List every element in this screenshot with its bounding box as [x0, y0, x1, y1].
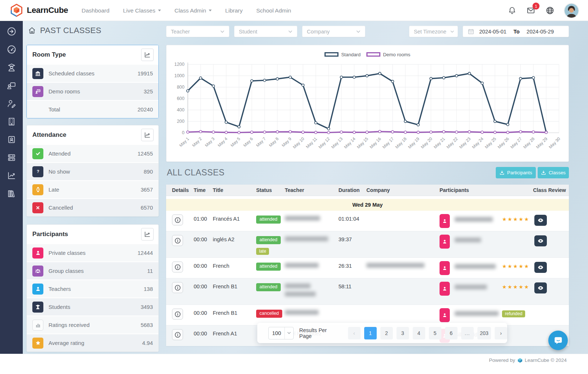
mail-icon[interactable]: 1 [526, 6, 535, 15]
legend-item-demo-rooms: Demo rooms [366, 52, 410, 57]
room-type-panel: Room Type Scheduled classes 19915 Demo r… [26, 45, 159, 118]
class-title: French [209, 258, 253, 278]
navbar-actions: 1 [508, 0, 578, 21]
stat-value: 12455 [137, 150, 153, 157]
page-button[interactable]: 5 [429, 327, 441, 339]
details-info-button[interactable] [172, 329, 183, 340]
class-duration [335, 305, 363, 325]
classroom-icon[interactable] [7, 81, 17, 90]
company-cell [363, 305, 436, 325]
user-edit-icon[interactable] [7, 99, 17, 108]
page-buttons: ‹ 1 2 3 4 5 6 ... 203 › [348, 327, 507, 339]
stat-row: Attended 12455 [27, 144, 158, 162]
class-duration: 58:11 [335, 278, 363, 304]
dashboard-gauge-icon[interactable] [7, 44, 17, 54]
refund-badge: refunded [502, 310, 525, 317]
question-icon: ? [32, 166, 43, 177]
company-cell [363, 231, 436, 257]
line-chart-icon [144, 51, 151, 58]
status-badge: late [256, 248, 269, 255]
page-button[interactable]: 2 [380, 327, 393, 339]
participant-icon[interactable] [440, 282, 450, 296]
view-class-button[interactable] [534, 262, 547, 273]
page-button[interactable]: 1 [364, 327, 377, 339]
library-icon[interactable] [7, 189, 17, 199]
participant-icon[interactable] [440, 214, 450, 228]
download-icon [499, 170, 505, 175]
avatar[interactable] [564, 4, 578, 18]
nav-live-classes[interactable]: Live Classes [123, 7, 161, 14]
svg-text:May 15: May 15 [356, 136, 369, 149]
id-card-icon[interactable] [7, 135, 17, 145]
nav-library[interactable]: Library [225, 7, 243, 14]
details-info-button[interactable] [172, 214, 183, 225]
stat-value: 325 [144, 88, 153, 95]
nav-dashboard[interactable]: Dashboard [82, 7, 110, 14]
stat-row: ? No show 890 [27, 162, 158, 180]
stat-row: Cancelled 6570 [27, 198, 158, 216]
teacher-filter[interactable]: Teacher [166, 26, 229, 37]
participant-icon[interactable] [440, 261, 450, 275]
nav-class-admin[interactable]: Class Admin [175, 7, 212, 14]
page-ellipsis[interactable]: ... [461, 327, 474, 339]
prev-page-button[interactable]: ‹ [348, 327, 361, 339]
details-info-button[interactable] [172, 309, 183, 320]
svg-text:May 3: May 3 [204, 136, 215, 148]
view-class-button[interactable] [534, 282, 547, 293]
stat-row: Average rating 4.94 [27, 334, 158, 352]
eye-icon [537, 264, 544, 271]
participant-icon[interactable] [440, 235, 450, 249]
date-to: 2024-05-29 [527, 29, 554, 35]
globe-icon[interactable] [545, 6, 555, 15]
chat-icon [553, 336, 563, 345]
room-type-chart-toggle-button[interactable] [141, 49, 154, 61]
class-time: 00:00 [190, 305, 209, 325]
panel-title: Attendance [32, 131, 67, 139]
teacher-name-redacted [282, 231, 335, 257]
server-icon[interactable] [7, 153, 17, 163]
export-participants-button[interactable]: Participants [496, 167, 536, 178]
details-info-button[interactable] [172, 261, 183, 273]
status-badge: attended [256, 236, 281, 244]
download-icon [541, 170, 546, 175]
class-title: French B1 [209, 278, 253, 304]
svg-text:May 24: May 24 [471, 136, 484, 150]
next-page-button[interactable]: › [495, 327, 507, 339]
svg-text:May 14: May 14 [343, 136, 356, 150]
chat-widget-button[interactable] [548, 331, 568, 350]
chevron-down-icon [158, 10, 161, 11]
company-filter[interactable]: Company [302, 26, 365, 37]
teacher-name-redacted [282, 278, 335, 304]
expand-arrow-icon[interactable] [7, 26, 17, 36]
date-group-header: Wed 29 May [166, 199, 569, 211]
results-per-page-select[interactable]: 100 [268, 327, 294, 339]
bell-icon[interactable] [508, 6, 516, 15]
svg-text:0: 0 [182, 130, 184, 135]
details-info-button[interactable] [172, 235, 183, 246]
view-class-button[interactable] [534, 235, 547, 246]
student-filter[interactable]: Student [234, 26, 297, 37]
participant-icon[interactable] [440, 308, 450, 322]
page-button[interactable]: 6 [445, 327, 458, 339]
learncube-logo[interactable]: LearnCube [10, 3, 68, 17]
teacher-name-redacted [282, 305, 335, 325]
timezone-select[interactable]: Set Timezone [409, 26, 458, 37]
date-range-picker[interactable]: 2024-05-01 To 2024-05-29 [463, 26, 569, 37]
svg-text:May 21: May 21 [433, 136, 446, 149]
details-info-button[interactable] [172, 282, 183, 293]
participants-chart-toggle-button[interactable] [141, 228, 154, 241]
results-per-page-label: Results Per Page [299, 327, 338, 339]
analytics-icon[interactable] [7, 171, 17, 181]
class-title: French A1 [209, 325, 253, 346]
export-classes-button[interactable]: Classes [538, 167, 569, 178]
teacher-icon[interactable] [7, 63, 17, 72]
page-button[interactable]: 4 [413, 327, 425, 339]
nav-school-admin[interactable]: School Admin [256, 7, 291, 14]
page-button[interactable]: 3 [397, 327, 409, 339]
view-class-button[interactable] [534, 215, 547, 226]
page-button[interactable]: 203 [477, 327, 491, 339]
building-icon[interactable] [7, 117, 17, 127]
attendance-chart-toggle-button[interactable] [141, 129, 154, 141]
eye-icon [537, 238, 544, 244]
chevron-down-icon [209, 10, 212, 11]
